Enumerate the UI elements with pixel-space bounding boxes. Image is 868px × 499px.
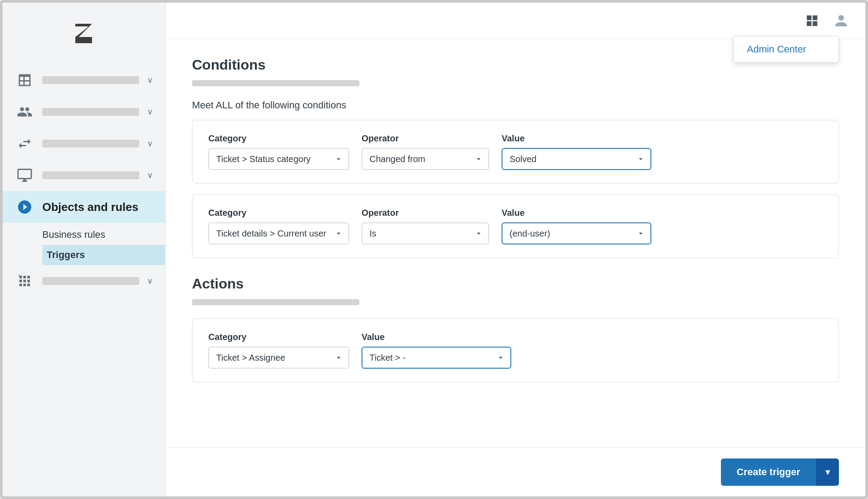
chevron-down-icon: ∨ [147,75,153,85]
category-select-2[interactable]: Ticket details > Current user [208,222,349,244]
sub-nav-item-triggers[interactable]: Triggers [42,245,165,265]
operator-select-2[interactable]: Is [362,222,489,244]
apps-icon: + [15,271,34,291]
value-select-2[interactable]: (end-user) [502,222,651,244]
condition-row-1: Category Ticket > Status category Operat… [208,133,823,170]
sidebar-logo [3,11,165,64]
building-icon [15,70,34,90]
sub-nav-item-business-rules[interactable]: Business rules [42,225,165,245]
sidebar-item-routing[interactable]: ∨ [3,128,165,159]
condition-category-field-2: Category Ticket details > Current user [208,208,349,244]
top-bar-icons [801,10,852,32]
value-label-2: Value [502,208,651,218]
action-value-label-1: Value [362,332,511,342]
people-icon [15,102,34,122]
action-row-1: Category Ticket > Assignee Value Ticket … [208,332,823,369]
chevron-down-icon: ∨ [147,276,153,286]
workspace-icon [15,166,34,185]
main-content: Admin Center Conditions Meet ALL of the … [166,3,865,496]
admin-center-link[interactable]: Admin Center [747,44,806,55]
dropdown-arrow-icon: ▾ [825,466,830,477]
user-profile-button[interactable] [830,10,852,32]
condition-value-field-1: Value Solved [502,133,651,170]
conditions-section: Conditions Meet ALL of the following con… [192,57,839,258]
action-category-select-1[interactable]: Ticket > Assignee [208,347,349,369]
actions-section: Actions Category Ticket > Assignee Value [192,276,839,382]
sidebar-item-objects-rules[interactable]: Objects and rules [3,191,165,223]
action-card-1: Category Ticket > Assignee Value Ticket … [192,318,839,382]
condition-card-2: Category Ticket details > Current user O… [192,194,839,258]
value-select-1[interactable]: Solved [502,148,651,170]
sidebar-item-building[interactable]: ∨ [3,64,165,96]
category-label-1: Category [208,133,349,144]
actions-bar [192,299,359,305]
zendesk-logo [66,20,102,47]
nav-label-bar [42,171,139,179]
operator-label-1: Operator [362,133,489,144]
condition-row-2: Category Ticket details > Current user O… [208,208,823,244]
chevron-down-icon: ∨ [147,139,153,148]
action-category-field-1: Category Ticket > Assignee [208,332,349,369]
category-label-2: Category [208,208,349,218]
action-value-select-1[interactable]: Ticket > - [362,347,511,369]
grid-apps-button[interactable] [801,10,823,32]
actions-title: Actions [192,276,839,292]
condition-operator-field-1: Operator Changed from [362,133,489,170]
condition-operator-field-2: Operator Is [362,208,489,244]
conditions-description: Meet ALL of the following conditions [192,100,839,111]
sidebar-navigation: ∨ ∨ ∨ [3,64,165,297]
action-value-field-1: Value Ticket > - [362,332,511,369]
svg-text:+: + [27,281,30,288]
chevron-down-icon: ∨ [147,107,153,117]
sidebar-item-apps[interactable]: + ∨ [3,265,165,297]
chevron-down-icon: ∨ [147,170,153,180]
operator-select-1[interactable]: Changed from [362,148,489,170]
condition-card-1: Category Ticket > Status category Operat… [192,120,839,184]
sidebar: ∨ ∨ ∨ [3,3,166,496]
create-trigger-button[interactable]: Create trigger [721,458,816,486]
create-trigger-dropdown-button[interactable]: ▾ [816,458,839,486]
top-bar: Admin Center [166,3,865,39]
admin-center-dropdown: Admin Center [733,36,839,63]
condition-value-field-2: Value (end-user) [502,208,651,244]
sub-navigation: Business rules Triggers [3,225,165,265]
operator-label-2: Operator [362,208,489,218]
sidebar-item-people[interactable]: ∨ [3,96,165,128]
action-category-label-1: Category [208,332,349,342]
category-select-1[interactable]: Ticket > Status category [208,148,349,170]
app-frame: ∨ ∨ ∨ [0,0,868,499]
conditions-bar [192,80,359,86]
condition-category-field-1: Category Ticket > Status category [208,133,349,170]
value-label-1: Value [502,133,651,144]
nav-label-bar [42,76,139,84]
nav-label-bar [42,108,139,116]
page-footer: Create trigger ▾ [166,447,865,496]
sidebar-item-workspace[interactable]: ∨ [3,159,165,191]
sidebar-item-label-objects-rules: Objects and rules [42,200,153,214]
objects-rules-icon [15,197,34,217]
nav-label-bar [42,140,139,148]
nav-label-bar [42,277,139,285]
routing-icon [15,134,34,153]
page-body: Conditions Meet ALL of the following con… [166,39,865,447]
